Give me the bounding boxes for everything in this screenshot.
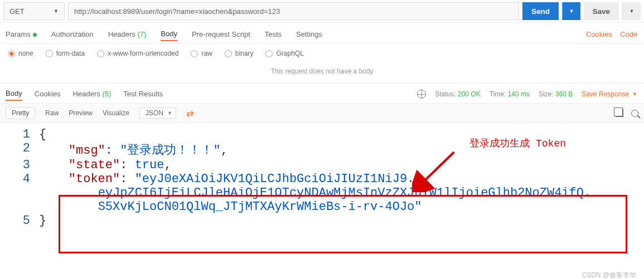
radio-icon <box>8 50 15 57</box>
status-value: 200 OK <box>458 90 481 98</box>
body-form-data[interactable]: form-data <box>46 50 85 57</box>
body-binary[interactable]: binary <box>225 50 254 57</box>
url-value: http://localhost:8989/user/login?name=xi… <box>74 7 280 16</box>
cookies-link[interactable]: Cookies <box>586 30 612 38</box>
radio-icon <box>191 50 198 57</box>
radio-icon <box>225 50 232 57</box>
code-link[interactable]: Code <box>620 30 637 38</box>
line-number: 3 <box>0 158 39 172</box>
request-tabs: Params Authorization Headers (7) Body Pr… <box>0 23 644 44</box>
tab-tests[interactable]: Tests <box>265 28 282 41</box>
radio-icon <box>46 50 53 57</box>
save-response[interactable]: Save Response▼ <box>582 90 637 98</box>
line-number: 2 <box>0 141 39 155</box>
view-raw[interactable]: Raw <box>45 109 59 117</box>
view-pretty[interactable]: Pretty <box>6 107 35 119</box>
chevron-down-icon: ▼ <box>167 110 172 116</box>
response-view-row: Pretty Raw Preview Visualize JSON▼ ⇄ <box>0 103 644 123</box>
watermark: CSDN @极客李华 <box>582 271 636 279</box>
http-method-select[interactable]: GET ▼ <box>3 2 65 20</box>
resp-tab-body[interactable]: Body <box>6 87 22 101</box>
url-input[interactable]: http://localhost:8989/user/login?name=xi… <box>68 2 519 20</box>
body-raw[interactable]: raw <box>191 50 212 57</box>
send-dropdown[interactable]: ▼ <box>562 2 580 20</box>
body-type-row: none form-data x-www-form-urlencoded raw… <box>0 44 644 62</box>
size-value: 360 B <box>555 90 573 98</box>
send-button[interactable]: Send <box>522 2 559 20</box>
resp-tab-cookies[interactable]: Cookies <box>35 87 61 100</box>
no-body-message: This request does not have a body <box>0 62 644 84</box>
body-x-www-form[interactable]: x-www-form-urlencoded <box>97 50 178 57</box>
radio-icon <box>97 50 104 57</box>
resp-tab-headers[interactable]: Headers (5) <box>73 87 112 100</box>
resp-tab-tests[interactable]: Test Results <box>123 87 163 100</box>
save-button[interactable]: Save <box>584 2 619 20</box>
chevron-down-icon: ▼ <box>630 8 635 14</box>
view-preview[interactable]: Preview <box>69 109 93 117</box>
request-bar: GET ▼ http://localhost:8989/user/login?n… <box>0 0 644 23</box>
response-meta: Status: 200 OK Time: 140 ms Size: 360 B … <box>417 90 637 99</box>
time-label: Time: <box>490 90 506 98</box>
line-number: 5 <box>0 214 39 228</box>
tab-settings[interactable]: Settings <box>296 28 322 41</box>
request-links: Cookies Code <box>586 30 637 38</box>
method-value: GET <box>9 7 25 16</box>
size-label: Size: <box>539 90 554 98</box>
params-indicator <box>33 33 37 37</box>
time-value: 140 ms <box>508 90 530 98</box>
response-body: 1{ 2 "msg": "登录成功！！！", 3 "state": true, … <box>0 123 644 232</box>
body-none[interactable]: none <box>8 50 33 57</box>
copy-icon[interactable] <box>616 109 623 117</box>
body-graphql[interactable]: GraphQL <box>265 50 303 57</box>
tab-body[interactable]: Body <box>161 27 177 41</box>
resp-headers-count: (5) <box>102 90 111 98</box>
tab-prerequest[interactable]: Pre-request Script <box>192 28 250 41</box>
annotation-label: 登录成功生成 Token <box>469 136 566 150</box>
response-tabs: Body Cookies Headers (5) Test Results St… <box>0 84 644 103</box>
radio-icon <box>265 50 273 57</box>
save-dropdown[interactable]: ▼ <box>622 2 641 20</box>
line-number: 4 <box>0 172 39 186</box>
chevron-down-icon: ▼ <box>632 91 637 97</box>
tab-params[interactable]: Params <box>6 28 37 41</box>
wrap-lines-icon[interactable]: ⇄ <box>186 108 193 119</box>
status-label: Status: <box>435 90 456 98</box>
chevron-down-icon: ▼ <box>569 8 574 14</box>
language-select[interactable]: JSON▼ <box>139 107 176 119</box>
view-visualize[interactable]: Visualize <box>103 109 129 117</box>
chevron-down-icon: ▼ <box>54 8 59 14</box>
tab-headers[interactable]: Headers (7) <box>108 28 147 41</box>
search-icon[interactable] <box>631 110 638 117</box>
headers-count: (7) <box>137 30 146 38</box>
line-number: 1 <box>0 128 39 141</box>
tab-authorization[interactable]: Authorization <box>51 28 94 41</box>
globe-icon[interactable] <box>417 90 426 99</box>
